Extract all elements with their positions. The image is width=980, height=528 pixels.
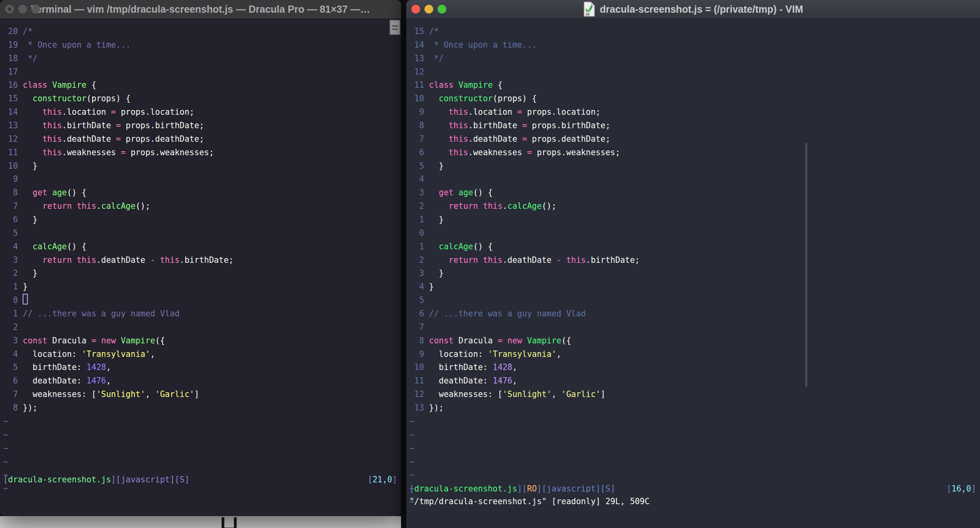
buffer-line[interactable]: 6 deathDate: 1476, xyxy=(3,374,401,388)
code-token: ~ xyxy=(409,416,414,426)
code-token: props.birthDate; xyxy=(527,121,610,130)
code-token xyxy=(47,80,52,90)
zoom-button[interactable] xyxy=(31,5,40,13)
buffer-line[interactable]: 15 constructor(props) { xyxy=(3,92,401,106)
buffer-line[interactable]: 9 xyxy=(3,173,401,186)
code-token: 'Sunlight' xyxy=(503,389,552,399)
line-number: 8 xyxy=(409,334,424,348)
buffer-line[interactable]: 3 return this.deathDate - this.birthDate… xyxy=(3,254,401,267)
buffer-line[interactable]: 4 } xyxy=(409,280,980,294)
buffer-line[interactable]: 13 */ xyxy=(409,52,980,66)
buffer-line[interactable]: 1 } xyxy=(3,280,401,294)
buffer-line[interactable]: 2 return this.calcAge(); xyxy=(409,200,980,213)
buffer-line[interactable]: 5 xyxy=(409,294,980,307)
buffer-line[interactable]: 4 calcAge() { xyxy=(3,240,401,254)
line-number: 7 xyxy=(3,388,18,401)
buffer-line[interactable]: 11 deathDate: 1476, xyxy=(409,374,980,388)
buffer-line[interactable]: 8 }); xyxy=(3,401,401,415)
line-number: 12 xyxy=(409,66,424,79)
code-token: 'Garlic' xyxy=(561,389,601,399)
code-token: dracula-screenshot.js xyxy=(414,484,517,493)
code-token: RO xyxy=(527,484,537,493)
buffer-line[interactable]: 4 location: 'Transylvania', xyxy=(3,348,401,361)
buffer-line[interactable]: 9 location: 'Transylvania', xyxy=(409,348,980,361)
buffer-line[interactable]: 18 */ xyxy=(3,52,401,66)
buffer-line[interactable]: 11 this.weaknesses = props.weaknesses; xyxy=(3,146,401,160)
code-token: ] xyxy=(971,484,976,493)
buffer-line[interactable]: 6 this.weaknesses = props.weaknesses; xyxy=(409,146,980,160)
buffer-line[interactable]: 13 this.birthDate = props.birthDate; xyxy=(3,119,401,133)
buffer-line[interactable]: 14 this.location = props.location; xyxy=(3,106,401,119)
buffer-line[interactable]: 10 constructor(props) { xyxy=(409,92,980,106)
buffer-line[interactable]: 7 return this.calcAge(); xyxy=(3,200,401,213)
buffer-line[interactable]: 10 } xyxy=(3,160,401,173)
buffer-line[interactable]: 2 return this.deathDate - this.birthDate… xyxy=(409,254,980,267)
code-token: constructor xyxy=(439,94,493,103)
code-token: */ xyxy=(429,54,444,63)
buffer-line[interactable]: 4 xyxy=(409,173,980,186)
buffer-line[interactable]: 2 } xyxy=(3,267,401,280)
line-number: 8 xyxy=(409,119,424,133)
buffer-line[interactable]: 1 calcAge() { xyxy=(409,240,980,254)
buffer-line[interactable]: 5 } xyxy=(409,160,980,173)
buffer-line[interactable]: 12 xyxy=(409,66,980,79)
close-button[interactable] xyxy=(5,5,14,13)
buffer-line[interactable]: 7 this.deathDate = props.deathDate; xyxy=(409,133,980,146)
line-number: 9 xyxy=(409,106,424,119)
vim-buffer-right[interactable]: 15 /*14 * Once upon a time...13 */12 11 … xyxy=(406,19,980,528)
buffer-line[interactable]: 2 xyxy=(3,321,401,334)
code-token: .deathDate xyxy=(503,255,557,265)
macvim-titlebar[interactable]: JS dracula-screenshot.js = (/private/tmp… xyxy=(406,0,980,19)
code-token: class xyxy=(23,80,47,90)
code-token: ~ xyxy=(3,443,8,453)
code-token: = xyxy=(91,336,96,345)
code-token xyxy=(23,94,33,103)
buffer-line[interactable]: 14 * Once upon a time... xyxy=(409,39,980,52)
vim-buffer-left[interactable]: 20 /*19 * Once upon a time...18 */17 16 … xyxy=(0,19,401,516)
code-token: this xyxy=(77,255,96,265)
line-number: 8 xyxy=(3,186,18,200)
buffer-line[interactable]: 6 // ...there was a guy named Vlad xyxy=(409,307,980,321)
line-number: 7 xyxy=(409,133,424,146)
scrollbar-thumb[interactable] xyxy=(805,143,807,387)
minimize-button[interactable] xyxy=(424,5,433,13)
code-token: const xyxy=(23,336,47,345)
buffer-line[interactable]: 1 } xyxy=(409,213,980,227)
buffer-line[interactable]: 20 /* xyxy=(3,25,401,39)
buffer-line[interactable]: 17 xyxy=(3,66,401,79)
buffer-line[interactable]: 7 weaknesses: ['Sunlight', 'Garlic'] xyxy=(3,388,401,401)
zoom-button[interactable] xyxy=(438,5,446,13)
minimize-button[interactable] xyxy=(18,5,27,13)
buffer-line[interactable]: 5 birthDate: 1428, xyxy=(3,361,401,374)
code-token: props.location; xyxy=(116,107,194,117)
buffer-line[interactable]: 11 class Vampire { xyxy=(409,79,980,92)
buffer-line[interactable]: 3 const Dracula = new Vampire({ xyxy=(3,334,401,348)
close-button[interactable] xyxy=(411,5,420,13)
buffer-line[interactable]: 12 weaknesses: ['Sunlight', 'Garlic'] xyxy=(409,388,980,401)
buffer-line[interactable]: 12 this.deathDate = props.deathDate; xyxy=(3,133,401,146)
buffer-line[interactable]: 6 } xyxy=(3,213,401,227)
buffer-line[interactable]: 8 const Dracula = new Vampire({ xyxy=(409,334,980,348)
buffer-line[interactable]: 9 this.location = props.location; xyxy=(409,106,980,119)
buffer-line[interactable]: 16 class Vampire { xyxy=(3,79,401,92)
terminal-titlebar[interactable]: Terminal — vim /tmp/dracula-screenshot.j… xyxy=(0,0,401,19)
buffer-line[interactable]: 8 this.birthDate = props.birthDate; xyxy=(409,119,980,133)
buffer-line[interactable]: 0 xyxy=(3,294,401,307)
code-token: .location xyxy=(62,107,111,117)
line-number: 6 xyxy=(409,307,424,321)
buffer-line[interactable]: 13 }); xyxy=(409,401,980,415)
buffer-line[interactable]: 8 get age() { xyxy=(3,186,401,200)
buffer-line[interactable]: 0 xyxy=(409,227,980,240)
buffer-line[interactable]: 15 /* xyxy=(409,25,980,39)
buffer-line[interactable]: 1 // ...there was a guy named Vlad xyxy=(3,307,401,321)
buffer-line[interactable]: 7 xyxy=(409,321,980,334)
line-number: 11 xyxy=(409,79,424,92)
code-token: { xyxy=(87,80,96,90)
buffer-line[interactable]: 5 xyxy=(3,227,401,240)
buffer-line[interactable]: 3 } xyxy=(409,267,980,280)
line-number: 5 xyxy=(409,160,424,173)
code-token: .birthDate; xyxy=(179,255,233,265)
buffer-line[interactable]: 3 get age() { xyxy=(409,186,980,200)
buffer-line[interactable]: 10 birthDate: 1428, xyxy=(409,361,980,374)
buffer-line[interactable]: 19 * Once upon a time... xyxy=(3,39,401,52)
